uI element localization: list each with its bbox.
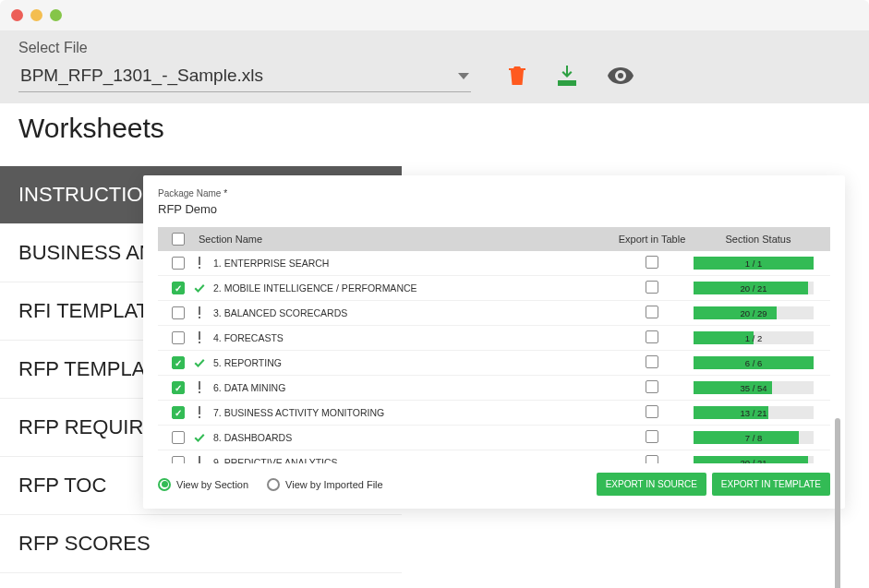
export-checkbox[interactable] xyxy=(646,281,658,294)
status-bar: 13 / 21 xyxy=(694,406,814,419)
table-row: 1. ENTERPRISE SEARCH1 / 1 xyxy=(158,251,830,276)
row-checkbox[interactable] xyxy=(172,331,185,344)
toolbar: Select File BPM_RFP_1301_-_Sample.xls xyxy=(0,30,869,103)
preview-icon[interactable] xyxy=(608,67,634,88)
svg-rect-5 xyxy=(199,342,200,343)
radio-icon xyxy=(267,478,280,491)
row-checkbox[interactable] xyxy=(172,257,185,270)
worksheets-title: Worksheets xyxy=(0,103,402,166)
table-row: 7. BUSINESS ACTIVITY MONITORING13 / 21 xyxy=(158,401,830,426)
svg-rect-1 xyxy=(199,267,200,269)
export-checkbox[interactable] xyxy=(646,306,658,318)
table-row: 3. BALANCED SCORECARDS20 / 29 xyxy=(158,301,830,326)
header-status: Section Status xyxy=(694,234,823,245)
svg-rect-0 xyxy=(199,257,200,265)
svg-rect-3 xyxy=(199,317,200,318)
file-select-dropdown[interactable]: BPM_RFP_1301_-_Sample.xls xyxy=(18,62,471,92)
view-mode-group: View by Section View by Imported File xyxy=(158,478,383,491)
view-by-section-radio[interactable]: View by Section xyxy=(158,478,248,491)
section-name: 8. DASHBOARDS xyxy=(208,432,610,443)
section-name: 6. DATA MINING xyxy=(208,382,610,393)
status-bar: 35 / 54 xyxy=(694,381,814,394)
status-bar: 20 / 29 xyxy=(694,306,814,319)
check-icon xyxy=(191,282,208,294)
status-bar: 7 / 8 xyxy=(694,431,814,444)
section-name: 1. ENTERPRISE SEARCH xyxy=(208,258,610,269)
table-header: Section Name Export in Table Section Sta… xyxy=(158,227,830,251)
table-row: 2. MOBILE INTELLIGENCE / PERFORMANCE20 /… xyxy=(158,276,830,301)
warning-icon xyxy=(191,331,208,344)
window-controls xyxy=(0,0,869,30)
svg-rect-7 xyxy=(199,391,200,393)
export-checkbox[interactable] xyxy=(646,330,658,343)
warning-icon xyxy=(191,456,208,463)
package-name-label: Package Name * xyxy=(158,188,830,198)
row-checkbox[interactable] xyxy=(172,431,185,444)
svg-rect-8 xyxy=(199,406,200,414)
warning-icon xyxy=(191,406,208,419)
row-checkbox[interactable] xyxy=(172,306,185,319)
select-all-checkbox[interactable] xyxy=(172,233,185,246)
section-name: 4. FORECASTS xyxy=(208,332,610,343)
package-name-value: RFP Demo xyxy=(158,202,830,216)
section-name: 3. BALANCED SCORECARDS xyxy=(208,307,610,318)
export-checkbox[interactable] xyxy=(646,405,658,418)
export-in-template-button[interactable]: EXPORT IN TEMPLATE xyxy=(712,473,830,496)
select-file-label: Select File xyxy=(18,40,851,56)
export-checkbox[interactable] xyxy=(646,455,658,463)
window-close-button[interactable] xyxy=(11,9,23,21)
svg-rect-10 xyxy=(199,456,200,463)
export-in-source-button[interactable]: EXPORT IN SOURCE xyxy=(597,473,706,496)
table-row: 9. PREDICTIVE ANALYTICS20 / 21 xyxy=(158,450,830,463)
section-name: 5. REPORTING xyxy=(208,357,610,368)
status-bar: 20 / 21 xyxy=(694,456,814,463)
export-checkbox[interactable] xyxy=(646,256,658,269)
window-minimize-button[interactable] xyxy=(30,9,42,21)
row-checkbox[interactable] xyxy=(172,282,185,294)
svg-rect-6 xyxy=(199,381,200,390)
table-row: 4. FORECASTS1 / 2 xyxy=(158,326,830,351)
delete-icon[interactable] xyxy=(508,65,526,90)
chevron-down-icon xyxy=(458,73,469,79)
row-checkbox[interactable] xyxy=(172,381,185,394)
row-checkbox[interactable] xyxy=(172,356,185,369)
header-export: Export in Table xyxy=(610,234,694,245)
status-bar: 6 / 6 xyxy=(694,356,814,369)
selected-file-name: BPM_RFP_1301_-_Sample.xls xyxy=(20,66,263,86)
row-checkbox[interactable] xyxy=(172,406,185,419)
status-bar: 20 / 21 xyxy=(694,282,814,294)
table-row: 5. REPORTING6 / 6 xyxy=(158,351,830,376)
svg-rect-4 xyxy=(199,331,200,340)
section-name: 9. PREDICTIVE ANALYTICS xyxy=(208,457,610,463)
table-row: 8. DASHBOARDS7 / 8 xyxy=(158,426,830,450)
scrollbar[interactable] xyxy=(835,418,840,588)
export-checkbox[interactable] xyxy=(646,355,658,368)
section-name: 2. MOBILE INTELLIGENCE / PERFORMANCE xyxy=(208,282,610,294)
export-checkbox[interactable] xyxy=(646,380,658,393)
warning-icon xyxy=(191,381,208,394)
status-bar: 1 / 1 xyxy=(694,257,814,270)
svg-rect-9 xyxy=(199,416,200,418)
warning-icon xyxy=(191,306,208,319)
section-name: 7. BUSINESS ACTIVITY MONITORING xyxy=(208,407,610,418)
svg-rect-2 xyxy=(199,306,200,315)
download-icon[interactable] xyxy=(556,66,578,90)
status-bar: 1 / 2 xyxy=(694,331,814,344)
check-icon xyxy=(191,432,208,443)
warning-icon xyxy=(191,257,208,270)
radio-icon xyxy=(158,478,171,491)
sidebar-item-rfp-scores[interactable]: RFP SCORES xyxy=(0,515,402,573)
window-maximize-button[interactable] xyxy=(50,9,62,21)
check-icon xyxy=(191,357,208,368)
view-by-file-radio[interactable]: View by Imported File xyxy=(267,478,383,491)
export-panel: Package Name * RFP Demo Section Name Exp… xyxy=(143,175,845,509)
table-row: 6. DATA MINING35 / 54 xyxy=(158,376,830,401)
row-checkbox[interactable] xyxy=(172,456,185,463)
export-checkbox[interactable] xyxy=(646,430,658,443)
header-section-name: Section Name xyxy=(191,234,610,245)
table-body: 1. ENTERPRISE SEARCH1 / 12. MOBILE INTEL… xyxy=(158,251,830,463)
